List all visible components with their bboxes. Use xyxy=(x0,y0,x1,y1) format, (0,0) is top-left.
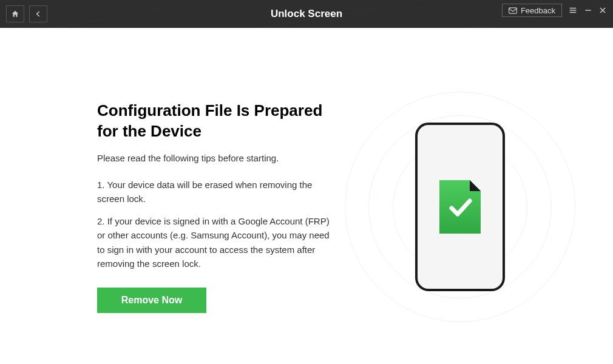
minimize-button[interactable] xyxy=(584,6,592,15)
remove-now-button[interactable]: Remove Now xyxy=(97,288,206,313)
tip-1: 1. Your device data will be erased when … xyxy=(97,178,331,206)
home-button[interactable] xyxy=(6,5,24,22)
file-check-icon xyxy=(439,180,481,234)
info-panel: Configuration File Is Prepared for the D… xyxy=(97,101,331,313)
titlebar: Unlock Screen Feedback xyxy=(0,0,613,28)
mail-icon xyxy=(509,7,517,14)
window-title: Unlock Screen xyxy=(271,8,342,20)
page-subheading: Please read the following tips before st… xyxy=(97,153,331,163)
illustration-panel xyxy=(355,101,564,313)
hamburger-icon xyxy=(568,6,578,15)
main-content: Configuration File Is Prepared for the D… xyxy=(0,28,613,313)
chevron-left-icon xyxy=(34,10,42,18)
feedback-label: Feedback xyxy=(521,6,555,15)
menu-button[interactable] xyxy=(568,6,578,15)
page-heading: Configuration File Is Prepared for the D… xyxy=(97,101,331,142)
close-icon xyxy=(598,6,607,15)
back-button[interactable] xyxy=(29,5,47,22)
tip-2: 2. If your device is signed in with a Go… xyxy=(97,214,331,271)
nav-buttons xyxy=(6,5,47,22)
phone-illustration xyxy=(415,123,505,291)
close-button[interactable] xyxy=(598,6,607,15)
window-controls: Feedback xyxy=(502,4,607,17)
svg-rect-0 xyxy=(509,7,516,13)
feedback-button[interactable]: Feedback xyxy=(502,4,562,17)
home-icon xyxy=(11,10,19,18)
minimize-icon xyxy=(584,6,592,15)
